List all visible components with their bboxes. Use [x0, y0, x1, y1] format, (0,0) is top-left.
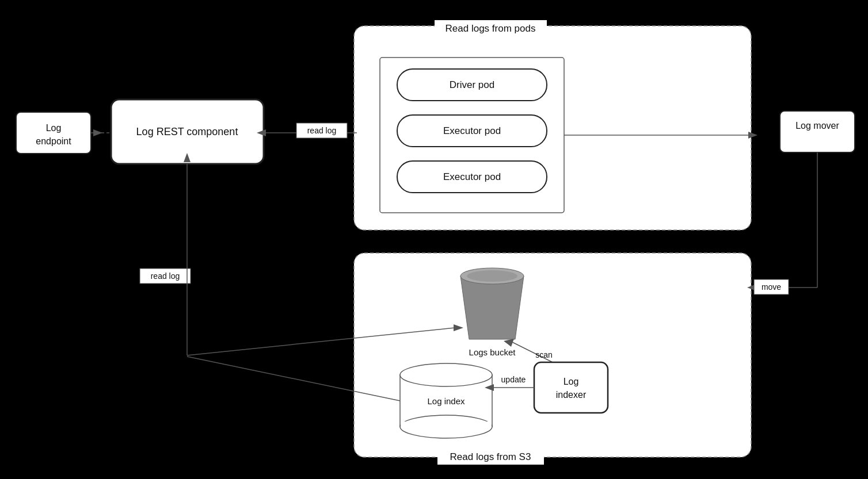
log-endpoint-line1: Log: [46, 123, 62, 133]
log-indexer-line2: indexer: [556, 390, 587, 400]
svg-rect-13: [780, 111, 855, 152]
move-label: move: [762, 282, 781, 292]
svg-rect-36: [534, 362, 608, 413]
read-log-left-label: read log: [151, 271, 180, 281]
svg-rect-35: [401, 421, 492, 427]
diagram-canvas: Read logs from pods Driver pod Executor …: [0, 0, 868, 479]
executor-pod1-label: Executor pod: [443, 125, 501, 136]
update-label: update: [501, 375, 526, 384]
svg-rect-11: [16, 112, 91, 154]
log-endpoint-line2: endpoint: [36, 136, 71, 146]
svg-point-33: [400, 363, 492, 386]
scan-label: scan: [535, 350, 553, 359]
read-log-top-label: read log: [307, 126, 337, 135]
main-svg: Read logs from pods Driver pod Executor …: [0, 0, 868, 479]
log-rest-label: Log REST component: [136, 126, 238, 137]
driver-pod-label: Driver pod: [450, 79, 494, 90]
log-index-label: Log index: [427, 396, 465, 406]
pods-group-label: Read logs from pods: [446, 23, 536, 34]
executor-pod2-label: Executor pod: [443, 171, 501, 182]
s3-group-label: Read logs from S3: [450, 451, 531, 462]
logs-bucket-label: Logs bucket: [469, 347, 516, 357]
log-indexer-line1: Log: [564, 377, 579, 386]
svg-point-29: [467, 270, 517, 282]
log-mover-line1: Log mover: [795, 121, 839, 131]
